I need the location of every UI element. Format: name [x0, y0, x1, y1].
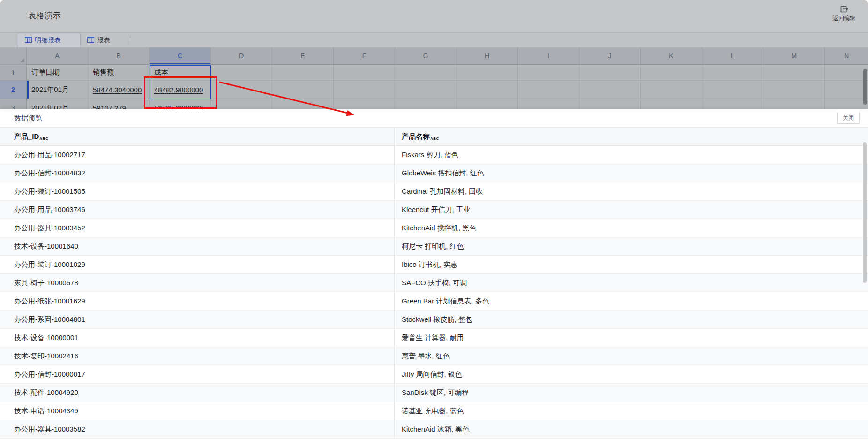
empty-cell[interactable]	[825, 81, 868, 99]
row-number[interactable]: 3	[0, 99, 27, 109]
cell-product-id: 办公用-系固-10004801	[0, 311, 395, 328]
cell-a3[interactable]: 2021年02月	[27, 99, 88, 109]
empty-cell[interactable]	[211, 81, 272, 99]
empty-cell[interactable]	[456, 65, 518, 81]
cell-product-name: KitchenAid 冰箱, 黑色	[395, 420, 868, 438]
sheet-vertical-scrollbar-thumb[interactable]	[863, 69, 867, 105]
empty-cell[interactable]	[211, 99, 272, 109]
column-name: 产品_ID	[14, 132, 39, 140]
column-header-i[interactable]: I	[518, 47, 579, 65]
empty-cell[interactable]	[702, 65, 763, 81]
cell-c3[interactable]: 52785.8800000	[150, 99, 211, 109]
cell-c2-active[interactable]: 48482.9800000	[150, 81, 211, 99]
cell-c2-value: 48482.9800000	[154, 86, 203, 94]
column-header-product-name[interactable]: 产品名称ABC	[395, 128, 868, 145]
top-header-bar: 表格演示 返回编辑	[0, 0, 868, 32]
empty-cell[interactable]	[211, 65, 272, 81]
table-row: 办公用-器具-10003582KitchenAid 冰箱, 黑色	[0, 420, 868, 439]
empty-cell[interactable]	[456, 99, 518, 109]
string-type-badge: ABC	[39, 137, 48, 141]
column-header-h[interactable]: H	[456, 47, 518, 65]
spreadsheet-grid: A B C D E F G H I J K L M N 1 订单日期 销售额 成…	[0, 47, 868, 109]
cell-product-name: GlobeWeis 搭扣信封, 红色	[395, 164, 868, 182]
cell-product-id: 办公用-器具-10003582	[0, 420, 395, 438]
empty-cell[interactable]	[518, 65, 579, 81]
empty-cell[interactable]	[702, 81, 763, 99]
cell-a2[interactable]: 2021年01月	[27, 81, 88, 99]
cell-product-id: 技术-复印-10002416	[0, 347, 395, 365]
cell-b3[interactable]: 59107.279	[88, 99, 150, 109]
empty-cell[interactable]	[334, 99, 395, 109]
column-header-m[interactable]: M	[763, 47, 825, 65]
tab-report[interactable]: 报表	[87, 33, 110, 47]
table-icon	[25, 37, 32, 44]
cell-b2[interactable]: 58474.3040000	[88, 81, 150, 99]
table-row: 技术-电话-10004349诺基亚 充电器, 蓝色	[0, 402, 868, 420]
empty-cell[interactable]	[763, 81, 825, 99]
cell-product-name: Fiskars 剪刀, 蓝色	[395, 146, 868, 164]
sheet-row-1: 1 订单日期 销售额 成本	[0, 65, 868, 81]
column-header-j[interactable]: J	[579, 47, 641, 65]
column-header-a[interactable]: A	[27, 47, 88, 65]
column-header-k[interactable]: K	[641, 47, 702, 65]
table-row: 办公用-用品-10002717Fiskars 剪刀, 蓝色	[0, 146, 868, 164]
cell-product-name: Green Bar 计划信息表, 多色	[395, 292, 868, 310]
empty-cell[interactable]	[272, 65, 334, 81]
tab-label: 明细报表	[35, 36, 61, 45]
cell-product-id: 办公用-信封-10000017	[0, 365, 395, 383]
empty-cell[interactable]	[395, 99, 456, 109]
column-header-f[interactable]: F	[334, 47, 395, 65]
empty-cell[interactable]	[763, 65, 825, 81]
empty-cell[interactable]	[825, 65, 868, 81]
empty-cell[interactable]	[579, 99, 641, 109]
column-header-l[interactable]: L	[702, 47, 763, 65]
sheet-row-2-selected: 2 2021年01月 58474.3040000 48482.9800000	[0, 81, 868, 99]
column-header-c-selected[interactable]: C	[150, 47, 211, 65]
cell-product-id: 办公用-用品-10002717	[0, 146, 395, 164]
close-button[interactable]: 关闭	[837, 112, 860, 124]
empty-cell[interactable]	[702, 99, 763, 109]
column-header-d[interactable]: D	[211, 47, 272, 65]
empty-cell[interactable]	[456, 81, 518, 99]
empty-cell[interactable]	[395, 81, 456, 99]
row-number[interactable]: 1	[0, 65, 27, 81]
preview-vertical-scrollbar-thumb[interactable]	[863, 142, 867, 283]
cell-b3-value: 59107.279	[93, 104, 126, 110]
data-preview-panel: 数据预览 关闭 产品_IDABC 产品名称ABC 办公用-用品-10002717…	[0, 109, 868, 440]
empty-cell[interactable]	[641, 99, 702, 109]
column-header-b[interactable]: B	[88, 47, 150, 65]
cell-product-id: 办公用-纸张-10001629	[0, 292, 395, 310]
empty-cell[interactable]	[518, 99, 579, 109]
cell-a1[interactable]: 订单日期	[27, 65, 88, 81]
column-header-e[interactable]: E	[272, 47, 334, 65]
select-all-cell[interactable]	[0, 47, 27, 65]
cell-c1[interactable]: 成本	[150, 65, 211, 81]
cell-b1[interactable]: 销售额	[88, 65, 150, 81]
tab-label: 报表	[97, 36, 110, 45]
column-header-g[interactable]: G	[395, 47, 456, 65]
table-row: 办公用-信封-10000017Jiffy 局间信封, 银色	[0, 365, 868, 384]
empty-cell[interactable]	[272, 99, 334, 109]
column-header-product-id[interactable]: 产品_IDABC	[0, 128, 395, 145]
select-all-triangle-icon	[20, 58, 24, 62]
row-number-selected[interactable]: 2	[0, 81, 27, 99]
empty-cell[interactable]	[763, 99, 825, 109]
back-to-edit-button[interactable]: 返回编辑	[828, 4, 861, 23]
cell-product-id: 办公用-装订-10001505	[0, 182, 395, 200]
empty-cell[interactable]	[518, 81, 579, 99]
empty-cell[interactable]	[334, 81, 395, 99]
empty-cell[interactable]	[641, 65, 702, 81]
empty-cell[interactable]	[272, 81, 334, 99]
tab-detail-report[interactable]: 明细报表	[18, 33, 81, 47]
empty-cell[interactable]	[825, 99, 868, 109]
empty-cell[interactable]	[334, 65, 395, 81]
cell-product-name: KitchenAid 搅拌机, 黑色	[395, 219, 868, 237]
empty-cell[interactable]	[395, 65, 456, 81]
empty-cell[interactable]	[579, 81, 641, 99]
cell-product-name: Kleencut 开信刀, 工业	[395, 201, 868, 219]
column-header-n[interactable]: N	[825, 47, 868, 65]
empty-cell[interactable]	[641, 81, 702, 99]
cell-product-name: Stockwell 橡皮筋, 整包	[395, 311, 868, 328]
empty-cell[interactable]	[579, 65, 641, 81]
cell-b2-value: 58474.3040000	[93, 86, 142, 94]
